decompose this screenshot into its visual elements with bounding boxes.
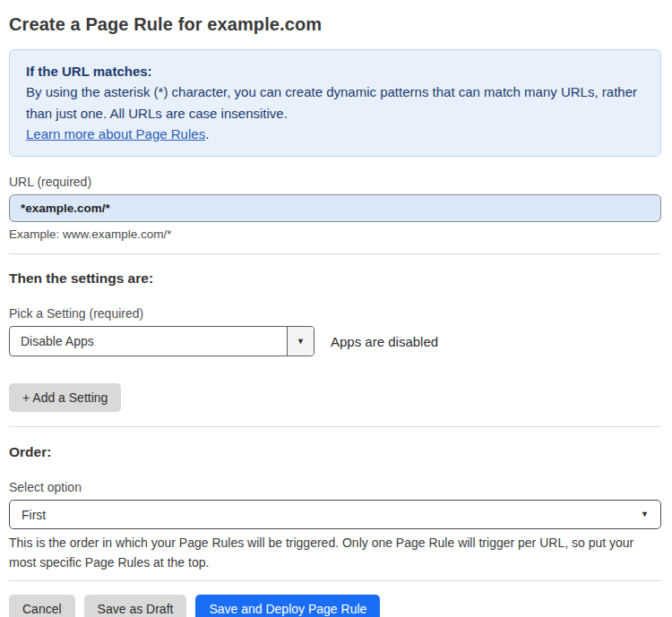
order-select-value: First <box>22 508 46 522</box>
setting-dropdown-value: Disable Apps <box>10 327 287 356</box>
page-title: Create a Page Rule for example.com <box>9 14 661 35</box>
setting-status-text: Apps are disabled <box>331 334 438 349</box>
order-helper-text: This is the order in which your Page Rul… <box>9 534 658 572</box>
url-example-helper: Example: www.example.com/* <box>9 227 661 241</box>
setting-picker-label: Pick a Setting (required) <box>9 306 661 321</box>
caret-down-icon: ▼ <box>297 338 305 346</box>
link-period: . <box>205 126 209 141</box>
info-banner: If the URL matches: By using the asteris… <box>9 49 661 157</box>
url-input[interactable] <box>9 194 661 222</box>
learn-more-link[interactable]: Learn more about Page Rules <box>26 126 205 141</box>
info-banner-heading: If the URL matches: <box>26 61 644 81</box>
create-page-rule-panel: Create a Page Rule for example.com If th… <box>0 0 672 617</box>
save-as-draft-button[interactable]: Save as Draft <box>84 595 187 617</box>
order-select[interactable]: First ▼ <box>9 500 661 529</box>
caret-down-icon: ▼ <box>641 510 649 518</box>
order-heading: Order: <box>9 444 661 460</box>
add-setting-button[interactable]: + Add a Setting <box>9 383 121 412</box>
divider <box>9 253 661 254</box>
divider <box>9 426 661 427</box>
setting-dropdown-arrow-button[interactable]: ▼ <box>287 327 314 356</box>
cancel-button[interactable]: Cancel <box>9 595 75 617</box>
order-select-label: Select option <box>9 480 661 494</box>
footer-actions: Cancel Save as Draft Save and Deploy Pag… <box>9 595 661 617</box>
divider <box>9 580 661 581</box>
info-banner-link-row: Learn more about Page Rules. <box>26 124 644 144</box>
settings-heading: Then the settings are: <box>9 270 661 287</box>
setting-row: Disable Apps ▼ Apps are disabled <box>9 326 661 356</box>
info-banner-body: By using the asterisk (*) character, you… <box>26 81 644 124</box>
setting-dropdown[interactable]: Disable Apps ▼ <box>9 326 314 356</box>
save-and-deploy-button[interactable]: Save and Deploy Page Rule <box>195 595 380 617</box>
url-label: URL (required) <box>9 175 661 189</box>
